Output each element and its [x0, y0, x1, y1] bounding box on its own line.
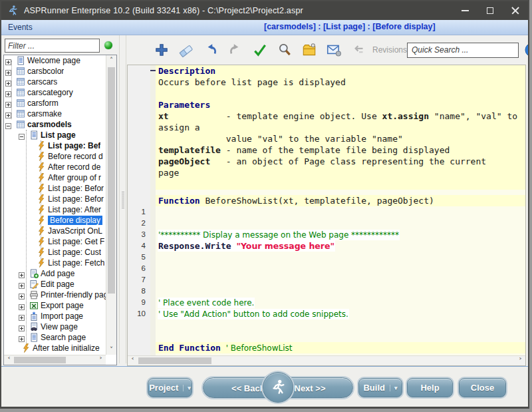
- expand-plus-icon[interactable]: [5, 58, 11, 64]
- code-line[interactable]: templatefile - name of the template file…: [128, 144, 525, 156]
- tree-item[interactable]: List page: After: [4, 204, 106, 215]
- expand-plus-icon[interactable]: [19, 282, 25, 288]
- find-icon[interactable]: [277, 42, 293, 58]
- tree-item[interactable]: carsbcolor: [4, 66, 106, 77]
- scroll-down-icon[interactable]: ˅: [106, 345, 116, 355]
- expand-plus-icon[interactable]: [5, 90, 11, 96]
- tree-item[interactable]: carscategory: [4, 87, 106, 98]
- expand-plus-icon[interactable]: [5, 69, 11, 75]
- panel-splitter[interactable]: [119, 35, 126, 363]
- code-line[interactable]: Description: [128, 65, 525, 77]
- tree-item[interactable]: Search page: [4, 332, 106, 343]
- back-circle-icon[interactable]: [525, 43, 529, 57]
- tree-item[interactable]: List page: Fetch: [4, 258, 106, 268]
- code-line[interactable]: 10' Use "Add Action" button to add code …: [128, 308, 525, 319]
- code-line[interactable]: [128, 178, 525, 190]
- scroll-left-icon[interactable]: ˂: [128, 356, 138, 366]
- code-line[interactable]: assign a: [128, 122, 525, 133]
- tree-item[interactable]: Add page: [4, 268, 106, 279]
- minimize-button[interactable]: [452, 1, 477, 20]
- tree-item[interactable]: carsmodels: [4, 119, 106, 130]
- eraser-icon[interactable]: [178, 42, 194, 58]
- tree-item[interactable]: Edit page: [4, 279, 106, 290]
- tree-item[interactable]: After record de: [4, 162, 106, 172]
- fold-collapse-icon[interactable]: [150, 70, 156, 71]
- code-line[interactable]: [128, 331, 525, 342]
- scroll-right-icon[interactable]: ˃: [515, 356, 525, 366]
- expand-plus-icon[interactable]: [5, 111, 11, 117]
- revisions-arrow-icon[interactable]: [350, 42, 366, 58]
- tree-item[interactable]: carsform: [4, 98, 106, 108]
- tree-item[interactable]: List page: Befor: [4, 183, 106, 194]
- menu-events[interactable]: Events: [8, 23, 33, 32]
- tree-item[interactable]: View page: [4, 321, 106, 332]
- scrollbar-thumb[interactable]: [14, 357, 66, 363]
- code-line[interactable]: 1: [128, 206, 525, 218]
- redo-icon[interactable]: [227, 42, 243, 58]
- tree-item[interactable]: carsmake: [4, 108, 106, 119]
- code-line[interactable]: 3'********** Display a message on the We…: [128, 229, 525, 240]
- code-line[interactable]: pageObject - an object of Page class rep…: [128, 156, 525, 167]
- tree-horizontal-scrollbar[interactable]: ˂ ˃: [4, 355, 106, 365]
- code-line[interactable]: [128, 190, 525, 195]
- code-line[interactable]: Occurs before list page is displayed: [128, 77, 525, 88]
- tree-item[interactable]: Welcome page: [4, 55, 106, 66]
- editor-horizontal-scrollbar[interactable]: ˂ ˃: [128, 355, 525, 365]
- tree-item[interactable]: After group of r: [4, 172, 106, 183]
- code-lines[interactable]: DescriptionOccurs before list page is di…: [128, 65, 525, 355]
- expand-plus-icon[interactable]: [19, 271, 25, 277]
- running-man-button[interactable]: [263, 372, 293, 403]
- tree-item[interactable]: List page: Cust: [4, 247, 106, 258]
- collapse-minus-icon[interactable]: [5, 122, 11, 128]
- help-button[interactable]: Help: [407, 378, 453, 397]
- code-line[interactable]: 6: [128, 263, 525, 274]
- scrollbar-thumb[interactable]: [138, 357, 211, 364]
- tree-item[interactable]: JavaScript OnL: [4, 226, 106, 236]
- code-line[interactable]: 2: [128, 218, 525, 229]
- expand-plus-icon[interactable]: [19, 324, 25, 330]
- expand-plus-icon[interactable]: [19, 335, 25, 341]
- collapse-minus-icon[interactable]: [19, 132, 25, 138]
- code-line[interactable]: page: [128, 167, 525, 178]
- code-line[interactable]: value "val" to the variable "name": [128, 133, 525, 144]
- tree-vertical-scrollbar[interactable]: ˄ ˅: [106, 55, 116, 355]
- expand-plus-icon[interactable]: [5, 101, 11, 106]
- scrollbar-thumb[interactable]: [108, 67, 115, 294]
- tree-item[interactable]: Export page: [4, 300, 106, 311]
- code-line[interactable]: Parameters: [128, 99, 525, 110]
- scroll-left-icon[interactable]: ˂: [4, 355, 14, 365]
- close-project-button[interactable]: Close: [459, 378, 506, 397]
- quick-search-input[interactable]: [407, 43, 519, 58]
- tree-item[interactable]: Before record d: [4, 151, 106, 162]
- tree-item[interactable]: carscars: [4, 77, 106, 87]
- code-line[interactable]: Function BeforeShowList(xt, templatefile…: [128, 195, 525, 206]
- build-button[interactable]: Build ▾: [358, 378, 402, 397]
- snippet-icon[interactable]: [301, 42, 317, 58]
- email-icon[interactable]: [326, 42, 342, 58]
- expand-plus-icon[interactable]: [19, 292, 25, 298]
- undo-icon[interactable]: [203, 42, 219, 58]
- tree-item[interactable]: List page: Get F: [4, 236, 106, 247]
- code-line[interactable]: xt - template engine object. Use xt.assi…: [128, 110, 525, 122]
- code-line[interactable]: 8: [128, 286, 525, 297]
- tree-item[interactable]: Import page: [4, 311, 106, 321]
- code-line[interactable]: 4Response.Write "Your message here": [128, 240, 525, 252]
- code-line[interactable]: End Function ' BeforeShowList: [128, 342, 525, 353]
- tree-item[interactable]: List page: [4, 130, 106, 140]
- tree-item[interactable]: List page: Bef: [4, 140, 106, 151]
- tree-item[interactable]: After table initialize: [4, 343, 106, 353]
- tree-item[interactable]: Printer-friendly pag: [4, 290, 106, 300]
- code-editor[interactable]: DescriptionOccurs before list page is di…: [127, 65, 526, 366]
- tree-item[interactable]: List page: Befor: [4, 194, 106, 204]
- close-button[interactable]: [503, 1, 528, 20]
- scroll-right-icon[interactable]: ˃: [96, 355, 106, 365]
- code-line[interactable]: 5: [128, 252, 525, 263]
- code-line[interactable]: [128, 88, 525, 99]
- validate-icon[interactable]: [252, 42, 268, 58]
- code-line[interactable]: [128, 319, 525, 331]
- expand-plus-icon[interactable]: [5, 79, 11, 85]
- expand-plus-icon[interactable]: [19, 313, 25, 319]
- code-line[interactable]: 9' Place event code here.: [128, 297, 525, 308]
- tree-item-selected[interactable]: Before display: [4, 215, 106, 226]
- filter-input[interactable]: [5, 39, 100, 53]
